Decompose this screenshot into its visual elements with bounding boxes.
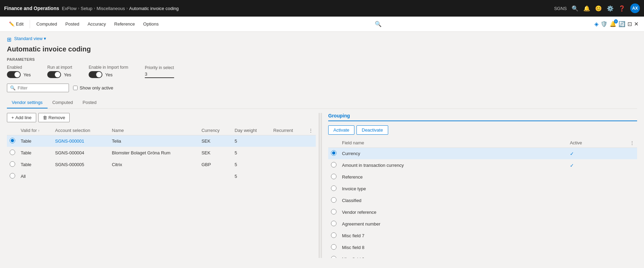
group-row-radio[interactable] (331, 221, 336, 226)
group-row-radio[interactable] (331, 185, 336, 191)
col-group-more[interactable]: ⋮ (627, 138, 637, 148)
bell-icon[interactable]: 🔔 (583, 5, 590, 12)
tab-vendor-settings[interactable]: Vendor settings (7, 97, 48, 108)
row-radio[interactable] (10, 173, 15, 179)
name-cell: Telia (109, 135, 199, 147)
app-title: Finance and Operations (4, 6, 59, 11)
more-cell (306, 147, 316, 159)
col-account-selection[interactable]: Account selection (52, 126, 109, 135)
col-more[interactable]: ⋮ (306, 126, 316, 135)
table-row[interactable]: Table SGNS-000004 Blomster Bolaget Gröna… (7, 147, 316, 159)
gear-icon[interactable]: ⚙️ (607, 5, 614, 12)
grouping-row[interactable]: Reference (328, 171, 637, 183)
tab-posted[interactable]: Posted (78, 97, 101, 108)
avatar[interactable]: AX (630, 3, 640, 13)
remove-label: Remove (49, 115, 65, 120)
add-icon: + (11, 115, 14, 120)
currency-cell: SEK (199, 147, 232, 159)
accuracy-button[interactable]: Accuracy (84, 20, 109, 28)
filter-input-container[interactable]: 🔍 (7, 84, 69, 92)
col-field-name[interactable]: Field name (339, 138, 567, 148)
group-row-radio[interactable] (331, 197, 336, 203)
group-row-radio[interactable] (331, 256, 336, 258)
grouping-row[interactable]: Currency ✓ (328, 148, 637, 160)
close-icon[interactable]: ✕ (634, 21, 638, 27)
grouping-row[interactable]: Misc field 9 (328, 253, 637, 258)
filter-icon[interactable]: ⊞ (7, 36, 11, 43)
edit-button[interactable]: ✏️ Edit (6, 20, 27, 28)
view-selector[interactable]: Standard view ▾ (14, 36, 46, 41)
search-icon[interactable]: 🔍 (572, 5, 578, 12)
smiley-icon[interactable]: 😊 (595, 5, 602, 12)
grouping-row[interactable]: Amount in transaction currency ✓ (328, 160, 637, 171)
breadcrumb-setup[interactable]: Setup (81, 6, 92, 11)
col-name[interactable]: Name (109, 126, 199, 135)
priority-value[interactable]: 3 (145, 71, 174, 78)
panel-divider[interactable] (321, 113, 322, 258)
help-icon[interactable]: ❓ (618, 5, 625, 12)
shield-icon[interactable]: 🛡️ (601, 21, 607, 27)
col-active[interactable]: Active (567, 138, 627, 148)
show-only-active-label[interactable]: Show only active (80, 85, 113, 90)
toolbar-search-icon[interactable]: 🔍 (375, 21, 382, 27)
row-radio[interactable] (10, 138, 15, 143)
group-row-radio[interactable] (331, 150, 336, 156)
valid-for-cell: Table (18, 135, 52, 147)
tab-computed[interactable]: Computed (48, 97, 78, 108)
grouping-row[interactable]: Classified (328, 195, 637, 207)
row-radio[interactable] (10, 161, 15, 167)
grouping-row[interactable]: Invoice type (328, 183, 637, 195)
trash-icon: 🗑 (43, 115, 47, 120)
diamond-icon[interactable]: ◈ (594, 21, 598, 27)
add-line-label: Add line (16, 115, 32, 120)
enable-import-form-value: Yes (105, 72, 112, 77)
grouping-row[interactable]: Agreement number (328, 218, 637, 230)
col-day-weight[interactable]: Day weight (232, 126, 271, 135)
breadcrumb-miscellaneous[interactable]: Miscellaneous (97, 6, 125, 11)
group-row-radio[interactable] (331, 174, 336, 179)
col-currency[interactable]: Currency (199, 126, 232, 135)
deactivate-button[interactable]: Deactivate (356, 125, 388, 135)
breadcrumb: ExFlow › Setup › Miscellaneous › Automat… (62, 6, 179, 11)
group-more-cell (627, 207, 637, 218)
table-row[interactable]: Table SGNS-000001 Telia SEK 5 (7, 135, 316, 147)
notification-badge-icon[interactable]: 🔔0 (610, 21, 616, 27)
activate-button[interactable]: Activate (328, 125, 354, 135)
row-radio[interactable] (10, 150, 15, 155)
run-at-import-toggle[interactable] (47, 71, 61, 78)
computed-label: Computed (36, 21, 57, 27)
table-row[interactable]: Table SGNS-000005 Citrix GBP 5 (7, 159, 316, 171)
filter-input[interactable] (18, 85, 66, 90)
enabled-toggle[interactable] (7, 71, 21, 78)
group-row-radio[interactable] (331, 162, 336, 168)
options-button[interactable]: Options (140, 20, 162, 28)
col-recurrent[interactable]: Recurrent (271, 126, 306, 135)
right-table-body: Currency ✓ Amount in transaction currenc… (328, 148, 637, 258)
grouping-row[interactable]: Vendor reference (328, 207, 637, 218)
remove-button[interactable]: 🗑 Remove (38, 113, 70, 122)
add-line-button[interactable]: + Add line (7, 113, 36, 122)
group-row-radio[interactable] (331, 209, 336, 214)
group-row-radio[interactable] (331, 232, 336, 238)
show-only-active-row[interactable]: Show only active (73, 85, 113, 90)
enable-import-form-toggle-row: Yes (89, 71, 128, 78)
group-radio-cell (328, 207, 339, 218)
enable-import-form-toggle[interactable] (89, 71, 102, 78)
reference-button[interactable]: Reference (111, 20, 138, 28)
window-icon[interactable]: ⊡ (627, 21, 632, 27)
breadcrumb-sep-2: › (94, 6, 95, 11)
show-only-active-checkbox[interactable] (73, 86, 78, 90)
group-radio-cell (328, 218, 339, 230)
group-row-radio[interactable] (331, 244, 336, 250)
grouping-row[interactable]: Misc field 7 (328, 230, 637, 242)
computed-button[interactable]: Computed (33, 20, 60, 28)
grouping-row[interactable]: Misc field 8 (328, 242, 637, 253)
param-enable-import-form: Enable in Import form Yes (89, 65, 128, 78)
table-row[interactable]: All 5 (7, 171, 316, 182)
refresh-icon[interactable]: 🔄 (618, 21, 625, 27)
account-selection-cell: SGNS-000004 (52, 147, 109, 159)
breadcrumb-exflow[interactable]: ExFlow (62, 6, 77, 11)
col-valid-for[interactable]: Valid for ↑ (18, 126, 52, 135)
posted-button[interactable]: Posted (62, 20, 82, 28)
enabled-toggle-row: Yes (7, 71, 31, 78)
